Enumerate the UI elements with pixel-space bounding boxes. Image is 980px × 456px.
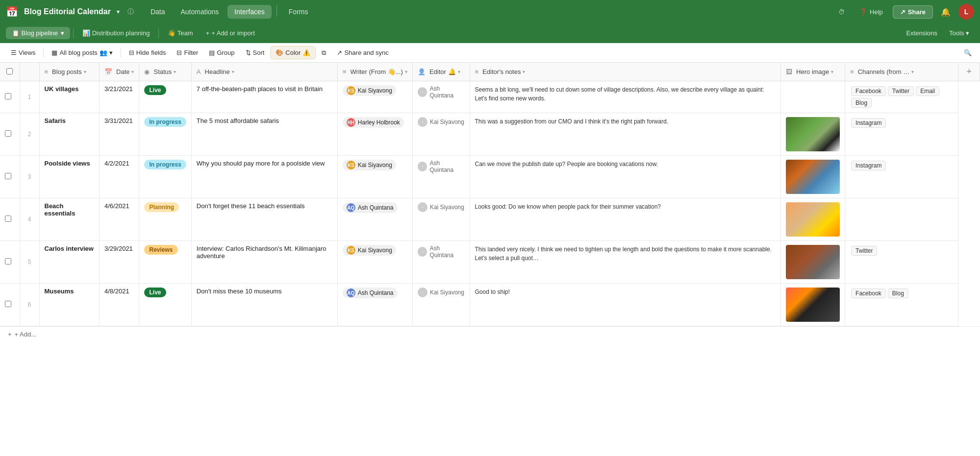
table-row[interactable]: 1 UK villages 3/21/2021 Live 7 off-the-b… [0,81,980,113]
status-cell[interactable]: In progress [139,156,191,198]
hero-image-cell[interactable] [781,156,845,198]
writer-cell[interactable]: KS Kai Siyavong [337,241,412,284]
row-checkbox-cell[interactable] [0,198,20,241]
hero-image-header[interactable]: 🖼 Hero image ▾ [781,63,845,81]
writer-caret[interactable]: ▾ [405,69,407,74]
tab-blog-pipeline-caret[interactable]: ▾ [61,29,64,37]
tab-team[interactable]: 👋 Team [162,27,199,39]
notes-cell[interactable]: Good to ship! [470,284,781,326]
status-cell[interactable]: Reviews [139,241,191,284]
blog-posts-caret[interactable]: ▾ [84,69,86,74]
help-button[interactable]: ❓ Help [854,5,888,19]
table-row[interactable]: 3 Poolside views 4/2/2021 In progress Wh… [0,156,980,198]
share-sync-button[interactable]: ↗ Share and sync [332,47,393,59]
channels-cell[interactable]: Twitter [845,241,958,284]
table-row[interactable]: 6 Museums 4/8/2021 Live Don't miss these… [0,284,980,326]
tab-blog-pipeline[interactable]: 📋 Blog pipeline ▾ [6,27,70,39]
row-checkbox-cell[interactable] [0,81,20,113]
blog-posts-header[interactable]: ≡ Blog posts ▾ [39,63,100,81]
history-button[interactable]: ⏱ [833,5,850,19]
date-caret[interactable]: ▾ [131,69,134,74]
row-checkbox[interactable] [5,173,11,179]
filter-button[interactable]: ⊟ Filter [172,47,203,59]
row-checkbox-cell[interactable] [0,113,20,156]
channels-cell[interactable]: FacebookTwitterEmailBlog [845,81,958,113]
editor-cell[interactable]: · Ash Quintana [412,81,470,113]
headline-header[interactable]: A Headline ▾ [191,63,337,81]
nav-forms[interactable]: Forms [282,5,315,19]
blog-post-cell[interactable]: Carlos interview [39,241,100,284]
headline-cell[interactable]: Interview: Carlos Richardson's Mt. Kilim… [191,241,337,284]
extensions-button[interactable]: Extensions [901,27,942,39]
editors-notes-header[interactable]: ≡ Editor's notes ▾ [470,63,781,81]
row-checkbox-cell[interactable] [0,156,20,198]
headline-cell[interactable]: Don't miss these 10 museums [191,284,337,326]
headline-caret[interactable]: ▾ [232,69,234,74]
channels-cell[interactable]: Instagram [845,156,958,198]
headline-cell[interactable]: 7 off-the-beaten-path places to visit in… [191,81,337,113]
editor-caret[interactable]: ▾ [458,69,460,74]
row-checkbox[interactable] [5,301,11,307]
hero-image-cell[interactable] [781,81,845,113]
channels-cell[interactable] [845,198,958,241]
notes-cell[interactable]: Looks good: Do we know when people pack … [470,198,781,241]
row-checkbox-cell[interactable] [0,241,20,284]
nav-automations[interactable]: Automations [174,5,226,19]
blog-post-cell[interactable]: Beach essentials [39,198,100,241]
status-header[interactable]: ◉ Status ▾ [139,63,191,81]
select-all-checkbox[interactable] [6,68,13,74]
writer-cell[interactable]: KS Kai Siyavong [337,156,412,198]
channels-cell[interactable]: FacebookBlog [845,284,958,326]
writer-cell[interactable]: HH Harley Holbrook [337,113,412,156]
row-checkbox[interactable] [5,130,11,137]
search-button[interactable]: 🔍 [961,47,974,59]
add-or-import-button[interactable]: + + Add or import [201,27,260,39]
add-column-button[interactable]: + [958,63,980,81]
editor-cell[interactable]: · Ash Quintana [412,156,470,198]
editor-cell[interactable]: · Kai Siyavong [412,198,470,241]
table-row[interactable]: 2 Safaris 3/31/2021 In progress The 5 mo… [0,113,980,156]
row-checkbox[interactable] [5,258,11,264]
color-button[interactable]: 🎨 Color ⚠️ [270,46,316,59]
checkbox-header[interactable] [0,63,20,81]
editor-cell[interactable]: · Kai Siyavong [412,113,470,156]
hero-image-cell[interactable] [781,284,845,326]
notes-cell[interactable]: Seems a bit long, we'll need to cut down… [470,81,781,113]
table-row[interactable]: 4 Beach essentials 4/6/2021 Planning Don… [0,198,980,241]
headline-cell[interactable]: The 5 most affordable safaris [191,113,337,156]
group-button[interactable]: ▤ Group [204,47,239,59]
info-icon[interactable]: ⓘ [127,7,134,16]
hero-caret[interactable]: ▾ [831,69,833,74]
blog-post-cell[interactable]: Museums [39,284,100,326]
editor-cell[interactable]: · Kai Siyavong [412,284,470,326]
user-avatar[interactable]: L [958,4,974,20]
view-caret[interactable]: ▾ [109,49,113,56]
status-caret[interactable]: ▾ [174,69,176,74]
channels-header[interactable]: ≡ Channels (from … ▾ [845,63,958,81]
hide-fields-button[interactable]: ⊟ Hide fields [124,47,171,59]
bell-icon[interactable]: 🔔 [448,68,456,75]
blog-post-cell[interactable]: UK villages [39,81,100,113]
writer-cell[interactable]: AQ Ash Quintana [337,284,412,326]
nav-interfaces[interactable]: Interfaces [227,5,271,19]
hero-image-cell[interactable] [781,198,845,241]
channels-caret[interactable]: ▾ [911,69,914,74]
notes-cell[interactable]: Can we move the publish date up? People … [470,156,781,198]
notes-caret[interactable]: ▾ [523,69,525,74]
hero-image-cell[interactable] [781,241,845,284]
app-title-caret[interactable]: ▾ [117,8,120,15]
date-header[interactable]: 📅 Date ▾ [100,63,139,81]
writer-header[interactable]: ≡ Writer (From 👋...) ▾ [337,63,412,81]
split-view-button[interactable]: ⧉ [317,47,331,59]
status-cell[interactable]: Planning [139,198,191,241]
row-checkbox[interactable] [5,93,11,99]
notes-cell[interactable]: This was a suggestion from our CMO and I… [470,113,781,156]
tab-distribution-planning[interactable]: 📊 Distribution planning [76,27,155,39]
writer-cell[interactable]: KS Kai Siyavong [337,81,412,113]
tools-button[interactable]: Tools ▾ [944,27,974,39]
add-row-button[interactable]: + + Add... [0,326,980,342]
hero-image-cell[interactable] [781,113,845,156]
views-button[interactable]: ☰ Views [6,47,40,59]
status-cell[interactable]: Live [139,81,191,113]
channels-cell[interactable]: Instagram [845,113,958,156]
